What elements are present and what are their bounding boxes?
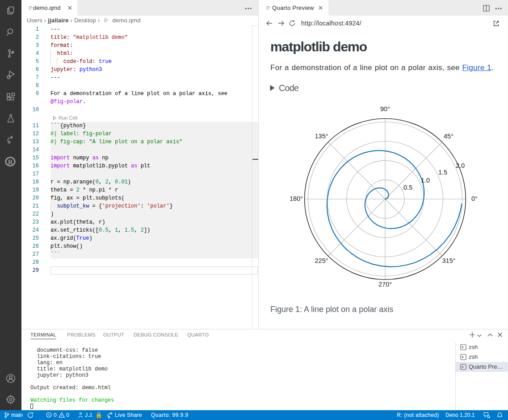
svg-text:135°: 135° — [315, 133, 328, 140]
svg-text:90°: 90° — [380, 105, 390, 112]
svg-text:0.5: 0.5 — [403, 184, 412, 191]
svg-text:315°: 315° — [442, 257, 456, 264]
svg-text:270°: 270° — [378, 281, 392, 288]
svg-text:0°: 0° — [471, 195, 478, 202]
svg-text:225°: 225° — [315, 257, 328, 264]
svg-text:1.5: 1.5 — [438, 169, 447, 176]
svg-text:1.0: 1.0 — [421, 177, 430, 184]
svg-text:R: R — [8, 158, 13, 166]
svg-text:180°: 180° — [290, 195, 303, 202]
svg-text:45°: 45° — [444, 133, 453, 140]
svg-text:2.0: 2.0 — [456, 162, 465, 169]
